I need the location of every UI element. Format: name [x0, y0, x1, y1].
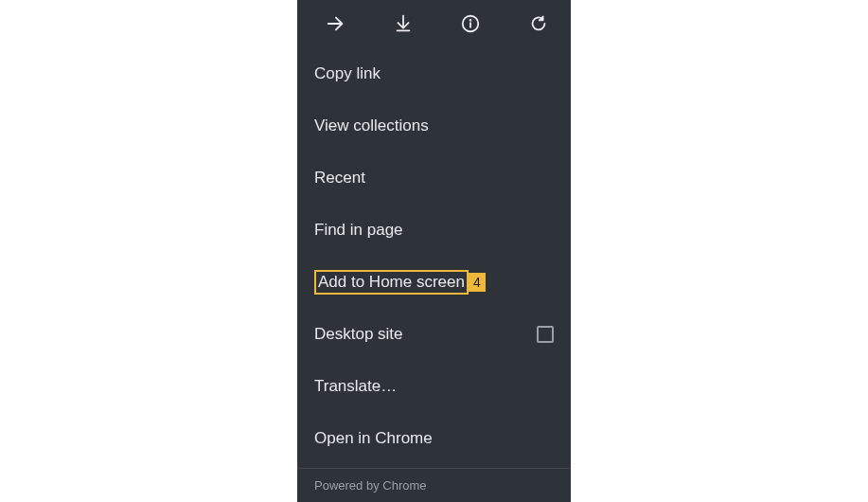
info-icon — [460, 13, 481, 34]
menu-item-open-in-chrome[interactable]: Open in Chrome — [297, 412, 571, 464]
menu-item-label: Add to Home screen — [318, 273, 465, 291]
info-button[interactable] — [459, 12, 482, 35]
menu-item-label: Copy link — [314, 64, 381, 83]
refresh-icon — [528, 13, 549, 34]
menu-item-label: Recent — [314, 169, 365, 188]
refresh-button[interactable] — [527, 12, 550, 35]
menu-item-add-to-home-screen[interactable]: Add to Home screen 4 — [297, 256, 571, 308]
menu-item-desktop-site[interactable]: Desktop site — [297, 308, 571, 360]
powered-by-label: Powered by Chrome — [314, 478, 427, 493]
menu-item-copy-link[interactable]: Copy link — [297, 47, 571, 99]
menu-item-label: Open in Chrome — [314, 429, 433, 448]
download-button[interactable] — [392, 12, 415, 35]
forward-button[interactable] — [324, 12, 346, 35]
menu-items-list: Copy link View collections Recent Find i… — [297, 47, 571, 468]
menu-item-label: Desktop site — [314, 325, 403, 344]
menu-item-label: View collections — [314, 117, 429, 135]
menu-item-view-collections[interactable]: View collections — [297, 99, 571, 152]
browser-menu-panel: Copy link View collections Recent Find i… — [297, 0, 571, 502]
menu-item-recent[interactable]: Recent — [297, 152, 571, 204]
step-badge: 4 — [469, 273, 486, 292]
forward-icon — [325, 13, 345, 34]
menu-item-translate[interactable]: Translate… — [297, 360, 571, 412]
desktop-site-checkbox[interactable] — [537, 326, 554, 343]
menu-item-label: Find in page — [314, 221, 403, 240]
highlight-box: Add to Home screen — [314, 270, 469, 295]
highlighted-item-wrap: Add to Home screen 4 — [314, 270, 486, 295]
download-icon — [393, 13, 414, 34]
toolbar-icon-row — [297, 0, 571, 47]
menu-item-find-in-page[interactable]: Find in page — [297, 204, 571, 256]
menu-item-label: Translate… — [314, 377, 397, 396]
svg-point-5 — [470, 20, 471, 21]
menu-footer: Powered by Chrome — [297, 468, 571, 502]
